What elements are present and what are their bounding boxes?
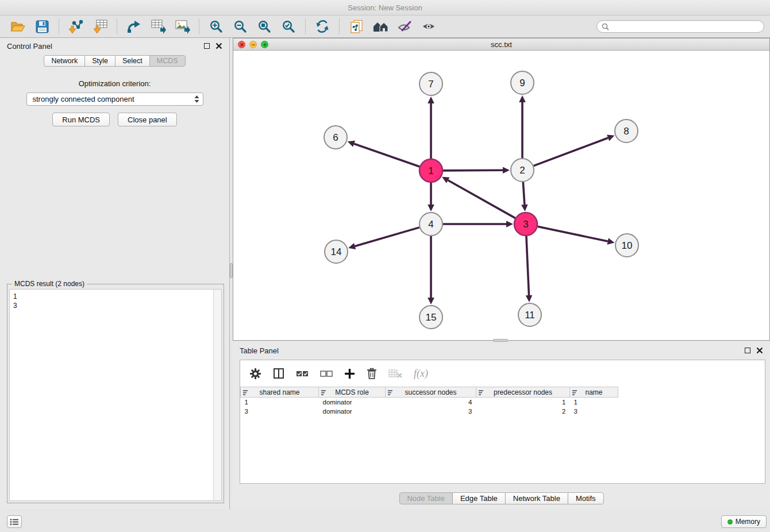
export-table-button[interactable] bbox=[146, 17, 170, 36]
trash-icon bbox=[367, 368, 377, 379]
refresh-button[interactable] bbox=[310, 17, 334, 36]
column-header-predecessor-nodes[interactable]: predecessor nodes bbox=[476, 387, 570, 398]
float-table-panel-icon[interactable] bbox=[745, 348, 750, 353]
graph-edge-3-11[interactable] bbox=[526, 236, 529, 295]
network-canvas[interactable]: 7968124314101511 bbox=[233, 51, 769, 340]
column-sort-icon bbox=[479, 390, 484, 395]
window-close-icon[interactable] bbox=[238, 41, 245, 48]
graph-edge-1-6[interactable] bbox=[354, 144, 419, 167]
graph-edge-1-2[interactable] bbox=[443, 170, 503, 171]
zoom-selected-button[interactable] bbox=[276, 17, 301, 36]
network-window-title: scc.txt bbox=[491, 40, 512, 49]
unchecked-boxes-icon bbox=[320, 369, 333, 377]
tab-select[interactable]: Select bbox=[115, 55, 150, 67]
zoom-in-button[interactable] bbox=[204, 17, 228, 36]
zoom-fit-button[interactable] bbox=[252, 17, 276, 36]
first-neighbors-button[interactable] bbox=[368, 17, 392, 36]
graph-edge-3-1[interactable] bbox=[448, 180, 515, 218]
network-window-titlebar[interactable]: scc.txt bbox=[233, 38, 769, 51]
graph-edge-2-8[interactable] bbox=[534, 138, 609, 166]
graph-node-label: 8 bbox=[623, 126, 629, 137]
network-canvas-container: 7968124314101511 bbox=[233, 51, 769, 340]
graph-edge-arrow bbox=[519, 95, 526, 102]
save-session-button[interactable] bbox=[30, 17, 54, 36]
clone-network-button[interactable] bbox=[344, 17, 368, 36]
open-session-button[interactable] bbox=[6, 17, 30, 36]
column-header-name[interactable]: name bbox=[570, 387, 618, 398]
column-header-successor-nodes[interactable]: successor nodes bbox=[386, 387, 476, 398]
table-settings-button[interactable] bbox=[249, 368, 261, 380]
window-zoom-icon[interactable] bbox=[261, 41, 268, 48]
column-header-shared-name[interactable]: shared name bbox=[241, 387, 319, 398]
close-table-panel-icon[interactable] bbox=[756, 347, 763, 354]
zoom-out-button[interactable] bbox=[228, 17, 252, 36]
tab-edge-table[interactable]: Edge Table bbox=[452, 492, 506, 504]
table-toolbar: f(x) bbox=[240, 360, 765, 387]
memory-button[interactable]: Memory bbox=[721, 515, 767, 528]
delete-row-button[interactable] bbox=[367, 368, 377, 379]
graph-edge-2-3[interactable] bbox=[523, 182, 524, 205]
export-network-button[interactable] bbox=[122, 17, 146, 36]
control-panel: Control Panel NetworkStyleSelectMCDS Opt… bbox=[0, 38, 230, 509]
criterion-dropdown[interactable]: strongly connected component bbox=[26, 92, 203, 106]
table-cell[interactable]: 3 bbox=[570, 407, 618, 416]
close-panel-icon[interactable] bbox=[215, 43, 222, 49]
result-scrollbar[interactable] bbox=[213, 290, 221, 500]
column-chooser-button[interactable] bbox=[273, 368, 284, 379]
graph-edge-arrow bbox=[607, 238, 615, 244]
task-history-button[interactable] bbox=[7, 515, 22, 528]
import-table-button[interactable] bbox=[88, 17, 112, 36]
deselect-all-rows-button[interactable] bbox=[320, 369, 333, 377]
function-builder-button[interactable]: f(x) bbox=[414, 368, 428, 380]
graph-node-label: 14 bbox=[331, 246, 342, 257]
table-cell[interactable]: 1 bbox=[476, 398, 570, 407]
table-cell[interactable]: 3 bbox=[386, 407, 476, 416]
graph-node-label: 7 bbox=[428, 79, 433, 90]
run-mcds-button[interactable]: Run MCDS bbox=[52, 113, 110, 126]
table-panel-title: Table Panel bbox=[240, 346, 279, 355]
close-mcds-panel-button[interactable]: Close panel bbox=[118, 113, 177, 126]
tab-network[interactable]: Network bbox=[44, 55, 85, 67]
table-cell[interactable]: 1 bbox=[570, 398, 618, 407]
table-header-row: shared nameMCDS rolesuccessor nodesprede… bbox=[241, 387, 618, 398]
delete-table-button[interactable] bbox=[388, 369, 402, 378]
table-cell[interactable]: dominator bbox=[319, 398, 386, 407]
tab-network-table[interactable]: Network Table bbox=[505, 492, 568, 504]
refresh-icon bbox=[315, 20, 329, 33]
table-cell[interactable]: 1 bbox=[241, 398, 319, 407]
graph-node-label: 6 bbox=[333, 132, 338, 143]
table-cell[interactable]: 3 bbox=[241, 407, 319, 416]
toolbar-separator bbox=[339, 18, 340, 34]
memory-label: Memory bbox=[736, 518, 760, 526]
vertical-splitter-handle[interactable] bbox=[230, 263, 233, 278]
graph-edge-3-10[interactable] bbox=[538, 226, 608, 241]
apply-style-button[interactable] bbox=[392, 17, 417, 36]
tab-motifs[interactable]: Motifs bbox=[568, 492, 604, 504]
search-box[interactable] bbox=[596, 20, 764, 33]
tab-mcds[interactable]: MCDS bbox=[149, 55, 186, 67]
window-minimize-icon[interactable] bbox=[249, 41, 257, 48]
column-header-mcds-role[interactable]: MCDS role bbox=[319, 387, 386, 398]
table-row[interactable]: 3dominator323 bbox=[241, 407, 618, 416]
table-cell[interactable]: 4 bbox=[386, 398, 476, 407]
mcds-result-textarea[interactable]: 1 3 bbox=[9, 289, 222, 501]
table-row[interactable]: 1dominator411 bbox=[241, 398, 618, 407]
select-all-rows-button[interactable] bbox=[296, 369, 309, 377]
zoom-out-icon bbox=[233, 20, 247, 33]
style-brush-icon bbox=[398, 20, 411, 33]
window-titlebar[interactable]: Session: New Session bbox=[0, 0, 770, 16]
houses-icon bbox=[373, 20, 388, 33]
float-panel-icon[interactable] bbox=[204, 43, 210, 49]
table-cell[interactable]: dominator bbox=[319, 407, 386, 416]
horizontal-splitter-handle[interactable] bbox=[493, 339, 508, 342]
import-network-button[interactable] bbox=[64, 17, 88, 36]
add-row-button[interactable] bbox=[344, 368, 355, 379]
export-image-button[interactable] bbox=[170, 17, 194, 36]
graph-edge-4-14[interactable] bbox=[355, 228, 419, 246]
tab-node-table[interactable]: Node Table bbox=[399, 492, 453, 504]
toolbar-separator bbox=[59, 18, 59, 34]
show-hide-panel-button[interactable] bbox=[417, 17, 441, 36]
table-cell[interactable]: 2 bbox=[476, 407, 570, 416]
tab-style[interactable]: Style bbox=[84, 55, 116, 67]
search-input[interactable] bbox=[612, 22, 759, 30]
